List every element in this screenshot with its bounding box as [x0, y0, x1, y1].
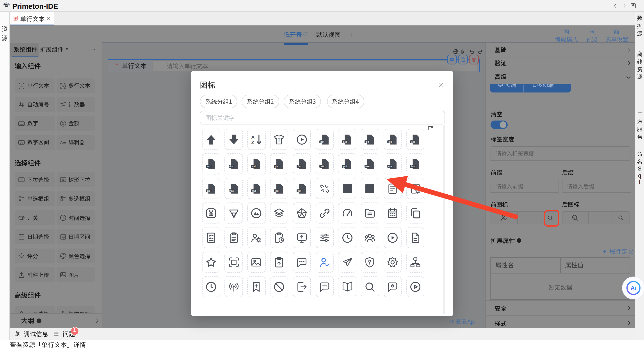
svg-text:att: att: [321, 165, 324, 168]
svg-text:Ai: Ai: [631, 285, 636, 292]
svg-text:doc: doc: [229, 165, 234, 168]
svg-text:jpg: jpg: [275, 189, 278, 192]
svg-text:gif: gif: [366, 140, 369, 143]
svg-text:i: i: [518, 239, 519, 242]
svg-text:mp3: mp3: [229, 189, 234, 192]
svg-text:xls: xls: [389, 140, 392, 143]
svg-text:A: A: [20, 84, 23, 88]
svg-text:sql: sql: [411, 140, 415, 143]
svg-text:Z: Z: [252, 140, 254, 145]
svg-text:T: T: [278, 138, 280, 142]
svg-text:eps: eps: [388, 165, 392, 168]
svg-text:txt: txt: [207, 165, 210, 168]
svg-text:psd: psd: [342, 140, 347, 143]
svg-text:cut: cut: [298, 189, 302, 192]
svg-text:i: i: [38, 319, 39, 322]
svg-text:swf: swf: [252, 189, 256, 192]
svg-text:exe: exe: [366, 165, 370, 168]
svg-text:lnk: lnk: [411, 165, 415, 168]
svg-text:123: 123: [20, 122, 24, 125]
svg-text:A: A: [252, 134, 255, 140]
svg-text:zip: zip: [207, 189, 210, 192]
svg-text:pic: pic: [275, 165, 278, 168]
svg-text:ppt: ppt: [320, 140, 324, 143]
svg-text:A: A: [60, 140, 62, 144]
svg-text:pdf: pdf: [343, 165, 347, 168]
svg-text:A: A: [61, 84, 64, 88]
svg-text:fec: fec: [298, 165, 301, 168]
svg-text:1~3: 1~3: [20, 141, 24, 144]
svg-text:avi: avi: [252, 165, 256, 168]
